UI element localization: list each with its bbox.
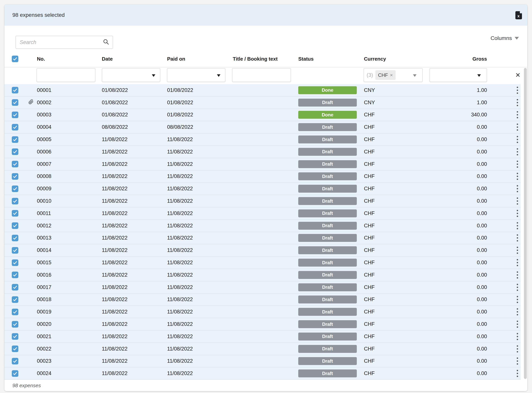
table-scrollbar[interactable]: [524, 68, 527, 379]
row-checkbox[interactable]: [12, 186, 18, 192]
row-checkbox[interactable]: [12, 210, 18, 216]
row-menu-button[interactable]: [511, 308, 521, 315]
filter-title-input[interactable]: [232, 68, 291, 82]
table-row[interactable]: 00002 01/08/2022 01/08/2022 Draft CNY 1.…: [5, 97, 521, 109]
filter-no-input[interactable]: [36, 68, 95, 82]
search-input[interactable]: [16, 39, 103, 45]
table-row[interactable]: 00014 11/08/2022 11/08/2022 Draft CHF 0.…: [5, 244, 521, 256]
row-checkbox[interactable]: [12, 296, 18, 303]
table-row[interactable]: 00015 11/08/2022 11/08/2022 Draft CHF 0.…: [5, 256, 521, 269]
table-row[interactable]: 00012 11/08/2022 11/08/2022 Draft CHF 0.…: [5, 220, 521, 232]
kebab-menu-icon: [517, 284, 518, 291]
row-checkbox[interactable]: [12, 87, 18, 93]
table-row[interactable]: 00021 11/08/2022 11/08/2022 Draft CHF 0.…: [5, 330, 521, 343]
table-row[interactable]: 00018 11/08/2022 11/08/2022 Draft CHF 0.…: [5, 294, 521, 306]
row-menu-button[interactable]: [511, 370, 521, 377]
row-menu-button[interactable]: [511, 321, 521, 328]
row-menu-button[interactable]: [511, 333, 521, 340]
row-checkbox[interactable]: [12, 112, 18, 118]
header-gross[interactable]: Gross: [425, 56, 511, 62]
row-menu-button[interactable]: [511, 173, 521, 180]
table-row[interactable]: 00020 11/08/2022 11/08/2022 Draft CHF 0.…: [5, 318, 521, 330]
table-row[interactable]: 00023 11/08/2022 11/08/2022 Draft CHF 0.…: [5, 355, 521, 368]
row-menu-button[interactable]: [511, 296, 521, 303]
table-row[interactable]: 00001 01/08/2022 01/08/2022 Done CNY 1.0…: [5, 84, 521, 97]
row-menu-button[interactable]: [511, 123, 521, 131]
row-checkbox[interactable]: [12, 198, 18, 204]
row-checkbox[interactable]: [12, 124, 18, 131]
row-checkbox[interactable]: [12, 260, 18, 266]
row-menu-button[interactable]: [511, 234, 521, 241]
row-checkbox[interactable]: [12, 235, 18, 241]
export-excel-icon[interactable]: x: [515, 11, 522, 19]
row-menu-button[interactable]: [511, 259, 521, 266]
row-menu-button[interactable]: [511, 247, 521, 254]
row-menu-button[interactable]: [511, 284, 521, 291]
row-checkbox[interactable]: [12, 136, 18, 143]
expense-date: 11/08/2022: [102, 309, 167, 315]
row-checkbox[interactable]: [12, 148, 18, 155]
table-row[interactable]: 00016 11/08/2022 11/08/2022 Draft CHF 0.…: [5, 269, 521, 281]
row-menu-button[interactable]: [511, 87, 521, 94]
row-menu-button[interactable]: [511, 358, 521, 365]
filter-paid-on-select[interactable]: [167, 68, 225, 82]
row-menu-button[interactable]: [511, 197, 521, 205]
row-menu-button[interactable]: [511, 210, 521, 217]
filter-gross-select[interactable]: [429, 68, 487, 82]
table-row[interactable]: 00006 11/08/2022 11/08/2022 Draft CHF 0.…: [5, 146, 521, 158]
table-row[interactable]: 00008 11/08/2022 11/08/2022 Draft CHF 0.…: [5, 170, 521, 183]
row-menu-button[interactable]: [511, 222, 521, 229]
row-menu-button[interactable]: [511, 148, 521, 155]
header-paid-on[interactable]: Paid on: [167, 56, 233, 62]
clear-filters-button[interactable]: ✕: [514, 71, 522, 79]
row-checkbox[interactable]: [12, 321, 18, 328]
search-box[interactable]: [15, 36, 113, 49]
row-checkbox[interactable]: [12, 272, 18, 278]
row-menu-button[interactable]: [511, 136, 521, 143]
filter-currency-select[interactable]: (3) CHF×: [363, 68, 423, 82]
row-menu-button[interactable]: [511, 345, 521, 353]
expense-date: 08/08/2022: [102, 124, 167, 130]
row-checkbox[interactable]: [12, 247, 18, 254]
table-row[interactable]: 00022 11/08/2022 11/08/2022 Draft CHF 0.…: [5, 343, 521, 355]
row-checkbox[interactable]: [12, 173, 18, 180]
row-menu-button[interactable]: [511, 185, 521, 192]
row-checkbox[interactable]: [12, 345, 18, 352]
row-checkbox[interactable]: [12, 370, 18, 377]
expense-gross: 0.00: [425, 124, 511, 130]
columns-dropdown[interactable]: Columns: [491, 26, 519, 51]
header-status[interactable]: Status: [298, 56, 357, 62]
row-checkbox[interactable]: [12, 358, 18, 364]
row-menu-button[interactable]: [511, 99, 521, 106]
row-menu-button[interactable]: [511, 111, 521, 118]
table-row[interactable]: 00013 11/08/2022 11/08/2022 Draft CHF 0.…: [5, 232, 521, 244]
row-checkbox[interactable]: [12, 333, 18, 340]
chip-remove-icon[interactable]: ×: [390, 72, 393, 78]
search-icon[interactable]: [103, 39, 109, 46]
header-no[interactable]: No.: [37, 56, 102, 62]
table-row[interactable]: 00003 01/08/2022 01/08/2022 Done CHF 340…: [5, 109, 521, 121]
header-currency[interactable]: Currency: [357, 56, 425, 62]
table-row[interactable]: 00007 11/08/2022 11/08/2022 Draft CHF 0.…: [5, 158, 521, 170]
table-row[interactable]: 00017 11/08/2022 11/08/2022 Draft CHF 0.…: [5, 281, 521, 294]
table-row[interactable]: 00019 11/08/2022 11/08/2022 Draft CHF 0.…: [5, 306, 521, 318]
kebab-menu-icon: [517, 259, 518, 266]
header-title[interactable]: Title / Booking text: [233, 56, 298, 62]
table-row[interactable]: 00009 11/08/2022 11/08/2022 Draft CHF 0.…: [5, 183, 521, 195]
table-row[interactable]: 00004 08/08/2022 08/08/2022 Draft CHF 0.…: [5, 121, 521, 133]
row-checkbox[interactable]: [12, 309, 18, 315]
row-checkbox[interactable]: [12, 99, 18, 106]
select-all-checkbox[interactable]: [12, 56, 18, 62]
row-checkbox[interactable]: [12, 161, 18, 167]
table-row[interactable]: 00024 11/08/2022 11/08/2022 Draft CHF 0.…: [5, 367, 521, 380]
filter-date-select[interactable]: [102, 68, 160, 82]
row-checkbox[interactable]: [12, 284, 18, 290]
row-menu-button[interactable]: [511, 271, 521, 279]
table-row[interactable]: 00010 11/08/2022 11/08/2022 Draft CHF 0.…: [5, 195, 521, 207]
row-checkbox[interactable]: [12, 222, 18, 229]
table-row[interactable]: 00005 11/08/2022 11/08/2022 Draft CHF 0.…: [5, 133, 521, 146]
table-row[interactable]: 00011 11/08/2022 11/08/2022 Draft CHF 0.…: [5, 207, 521, 220]
chip-label: CHF: [378, 72, 388, 78]
header-date[interactable]: Date: [102, 56, 167, 62]
row-menu-button[interactable]: [511, 161, 521, 168]
